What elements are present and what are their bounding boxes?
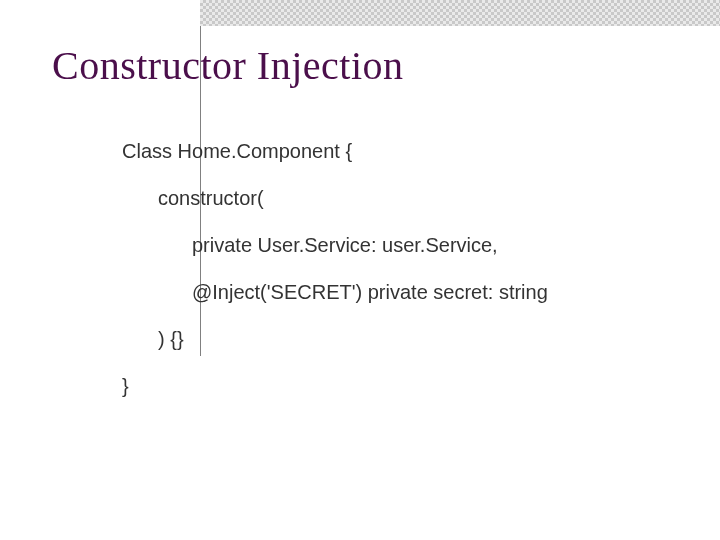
code-line: ) {} [122,328,690,351]
code-line: @Inject('SECRET') private secret: string [122,281,690,304]
code-line: private User.Service: user.Service, [122,234,690,257]
code-line: } [122,375,690,398]
slide: Constructor Injection Class Home.Compone… [0,0,720,540]
slide-title: Constructor Injection [52,42,404,89]
code-line: constructor( [122,187,690,210]
decorative-topbar [200,0,720,26]
code-block: Class Home.Component { constructor( priv… [122,140,690,422]
code-line: Class Home.Component { [122,140,690,163]
